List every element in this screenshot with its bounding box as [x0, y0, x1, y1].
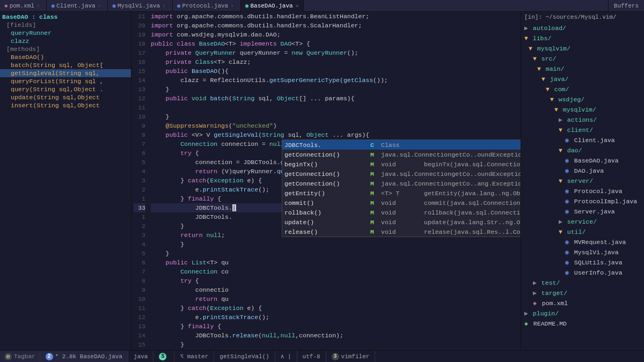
tree-item-mysqlvim[interactable]: ▼ mysqlvim/ [521, 43, 644, 54]
tree-item-main[interactable]: ▼ main/ [521, 64, 644, 74]
status-fold-seg: ∧ | [275, 351, 297, 363]
tree-item-basedao-java[interactable]: ◉ BaseDAO.java [521, 156, 644, 166]
arrow-wsdjeg: ▼ [550, 96, 554, 103]
right-panel: [in]: ~/sources/Mysql.vim/ ▶ autoload/ ▼… [521, 12, 644, 350]
code-lines[interactable]: import org.apache.commons.dbutils.handle… [148, 12, 521, 350]
status-func-label: getSingleVal() [219, 353, 269, 360]
sidebar-title: BaseDAO : class [0, 13, 131, 21]
ac-item-getconnection3[interactable]: getConnection() M java.sql.Connection ge… [282, 179, 521, 188]
tree-item-target-dir[interactable]: ▶ target/ [521, 288, 644, 298]
sidebar-item-fields[interactable]: [fields] [0, 21, 131, 29]
ac-detail-getconnection2: getCo..oundException [451, 169, 521, 179]
ac-item-release[interactable]: release() M void release(java.sql.Res..l… [282, 227, 521, 237]
code-line-21: import org.apache.commons.dbutils.handle… [151, 12, 521, 21]
ac-item-update[interactable]: update() M void update(java.lang.Str..ng… [282, 217, 521, 227]
ac-detail-release: release(java.sql.Res..l.Connection) [424, 227, 521, 237]
tree-item-mysqlvi-java[interactable]: ◉ MysqlVi.java [521, 247, 644, 257]
ac-kind-class: Class [381, 141, 424, 150]
tree-item-userinfo-java[interactable]: ◉ UserInfo.java [521, 268, 644, 278]
sidebar-item-methods[interactable]: [methods] [0, 45, 131, 53]
tree-label-server-java: Server.java [574, 208, 615, 215]
code-line-13b: } finally { [151, 322, 521, 331]
tree-item-java[interactable]: ▼ java/ [521, 74, 644, 84]
tab-pom-xml[interactable]: ◈ pom.xml › [0, 0, 47, 12]
tree-item-protocolimpl-java[interactable]: ◉ ProtocolImpl.java [521, 196, 644, 206]
sidebar-item-getsingleval[interactable]: getSingleVal(String sql, [0, 69, 131, 77]
code-line-16: private Class<T> clazz; [151, 57, 521, 67]
code-line-5b: } [151, 249, 521, 258]
tree-label-client-java: Client.java [574, 137, 615, 144]
ac-name-getconnection3: getConnection() [284, 179, 370, 188]
code-line-10: } [151, 112, 521, 121]
tab-icon-pom: ◈ [4, 2, 8, 9]
tree-item-mysqlvim2[interactable]: ▼ mysqlvim/ [521, 105, 644, 115]
status-lang-seg: java [128, 351, 153, 363]
ac-item-getentity[interactable]: getEntity() M <T> T getEntity(java.lang.… [282, 188, 521, 198]
tree-item-util-dir[interactable]: ▼ util/ [521, 227, 644, 237]
sidebar-item-clazz[interactable]: clazz [0, 37, 131, 45]
ac-item-getconnection2[interactable]: getConnection() M java.sql.Connection ge… [282, 169, 521, 179]
tab-basedao-java[interactable]: ◉ BaseDAO.java ✕ [241, 0, 304, 12]
tree-label-autoload: autoload/ [533, 25, 566, 32]
tree-label-mysqlvim2: mysqlvim/ [563, 106, 596, 113]
ac-item-class[interactable]: JDBCTools. C Class [282, 140, 521, 150]
tab-label-protocol: Protocol.java [182, 3, 228, 9]
ac-item-getconnection1[interactable]: getConnection() M java.sql.Connection ge… [282, 150, 521, 159]
ac-item-begintx[interactable]: beginTx() M void beginTx(java.sql.Connec… [282, 159, 521, 169]
ac-detail-getconnection3: getCo..ang.Exception [451, 179, 521, 188]
sidebar-item-insert[interactable]: insert(String sql,Object [0, 101, 131, 109]
tree-item-autoload[interactable]: ▶ autoload/ [521, 23, 644, 33]
ac-type-begintx: M [370, 160, 381, 169]
file-icon-protocolimpl: ◉ [565, 198, 569, 205]
sidebar-item-queryrunner[interactable]: queryRunner [0, 29, 131, 37]
tree-item-readme[interactable]: ◈ README.MD [521, 319, 644, 329]
autocomplete-dropdown: JDBCTools. C Class getConnection() M jav… [282, 139, 521, 237]
tree-item-sqlutils-java[interactable]: ◉ SQLUtils.java [521, 257, 644, 268]
status-circle-3: 3 [332, 353, 339, 360]
ac-detail-begintx: beginTx(java.sql.Connection) [424, 160, 521, 169]
tab-protocol-java[interactable]: ◉ Protocol.java › [173, 0, 241, 12]
tree-item-src[interactable]: ▼ src/ [521, 54, 644, 64]
tree-label-com: com/ [554, 86, 569, 93]
tree-item-actions[interactable]: ▶ actions/ [521, 115, 644, 125]
code-line-9b: connectio [151, 285, 521, 294]
ac-type-update: M [370, 218, 381, 227]
sidebar-item-basedao-ctor[interactable]: BaseDAO() [0, 53, 131, 61]
tree-item-mvrequest-java[interactable]: ◉ MVRequest.java [521, 237, 644, 247]
file-icon-pom: ◈ [533, 300, 537, 307]
code-line-14b: JDBCTools.release(null,null,connection); [151, 331, 521, 340]
tree-item-com[interactable]: ▼ com/ [521, 84, 644, 94]
tree-item-wsdjeg[interactable]: ▼ wsdjeg/ [521, 94, 644, 105]
tree-item-dao-java[interactable]: ◉ DAO.java [521, 166, 644, 176]
tree-label-basedao-java: BaseDAO.java [574, 157, 619, 164]
code-line-8: public <V> V getSingleVal(String sql, Ob… [151, 130, 521, 139]
tree-item-server-java[interactable]: ◉ Server.java [521, 206, 644, 217]
tree-item-dao-dir[interactable]: ▼ dao/ [521, 145, 644, 156]
buffers-button[interactable]: Buffers [608, 0, 644, 12]
ac-item-commit[interactable]: commit() M void commit(java.sql.Connecti… [282, 198, 521, 208]
tree-item-protocol-java[interactable]: ◉ Protocol.java [521, 186, 644, 196]
sidebar-item-query[interactable]: query(String sql,Object . [0, 85, 131, 93]
tree-item-client-java[interactable]: ◉ Client.java [521, 135, 644, 145]
tree-item-test-dir[interactable]: ▶ test/ [521, 278, 644, 288]
status-tagbar[interactable]: ⊞ Tagbar [0, 351, 40, 363]
tree-item-pom-xml[interactable]: ◈ pom.xml [521, 298, 644, 308]
sidebar-item-batch[interactable]: batch(String sql, Object[ [0, 61, 131, 69]
tree-label-util-dir: util/ [567, 228, 586, 235]
sidebar-item-queryforlist[interactable]: queryForList(String sql , [0, 77, 131, 85]
status-fold-label: ∧ | [281, 353, 291, 360]
tree-item-plugin-dir[interactable]: ▶ plugin/ [521, 308, 644, 319]
file-icon-mvrequest: ◉ [565, 239, 569, 246]
code-line-19: import com.wsdjeg.mysqlvim.dao.DAO; [151, 30, 521, 39]
code-line-15: public BaseDAO(){ [151, 67, 521, 76]
tab-mysqlvi-java[interactable]: ◉ MysqlVi.java › [108, 0, 172, 12]
sidebar-item-update[interactable]: update(String sql,Object [0, 93, 131, 101]
status-lang-label: java [134, 353, 148, 360]
status-file-seg: 2 * 2.8k BaseDAO.java [40, 351, 128, 363]
tree-item-libs[interactable]: ▼ libs/ [521, 33, 644, 43]
tree-item-client[interactable]: ▼ client/ [521, 125, 644, 135]
ac-item-rollback[interactable]: rollback() M void rollback(java.sql.Conn… [282, 208, 521, 217]
tree-item-server-dir[interactable]: ▼ server/ [521, 176, 644, 186]
tab-client-java[interactable]: ◉ Client.java › [47, 0, 108, 12]
tree-item-service-dir[interactable]: ▶ service/ [521, 217, 644, 227]
